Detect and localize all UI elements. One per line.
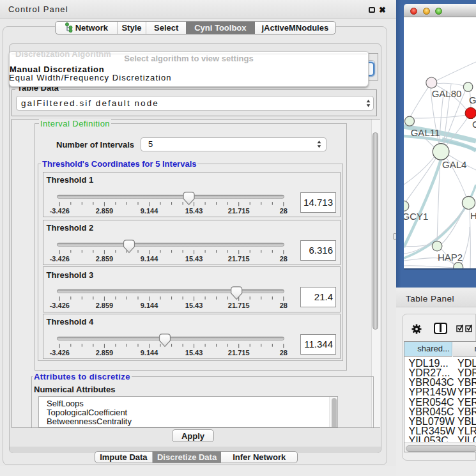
svg-text:21.715: 21.715 — [227, 302, 249, 309]
svg-text:28: 28 — [279, 302, 287, 309]
svg-text:15.43: 15.43 — [185, 254, 203, 262]
svg-text:2.859: 2.859 — [95, 348, 113, 356]
svg-text:CYB: CYB — [472, 119, 476, 130]
svg-text:9.144: 9.144 — [140, 206, 158, 214]
svg-text:2.859: 2.859 — [95, 254, 113, 262]
svg-text:9.144: 9.144 — [140, 254, 158, 262]
svg-text:-3.426: -3.426 — [49, 206, 69, 214]
svg-text:GAL11: GAL11 — [411, 127, 440, 138]
svg-text:GAL4: GAL4 — [442, 159, 466, 170]
svg-text:HAP2: HAP2 — [438, 252, 463, 263]
svg-text:28: 28 — [279, 206, 287, 214]
svg-text:GCY1: GCY1 — [404, 211, 428, 222]
svg-text:21.715: 21.715 — [227, 206, 249, 214]
svg-text:15.43: 15.43 — [185, 348, 203, 356]
svg-text:GAL2: GAL2 — [469, 95, 476, 105]
svg-text:2.859: 2.859 — [95, 302, 113, 309]
svg-text:-3.426: -3.426 — [49, 254, 69, 262]
svg-text:9.144: 9.144 — [140, 348, 158, 356]
svg-text:21.715: 21.715 — [227, 348, 249, 356]
svg-text:21.715: 21.715 — [227, 254, 249, 262]
svg-text:GAL80: GAL80 — [432, 88, 462, 99]
svg-text:9.144: 9.144 — [140, 302, 158, 309]
svg-text:-3.426: -3.426 — [49, 302, 69, 309]
svg-text:28: 28 — [279, 254, 287, 262]
svg-text:HIS: HIS — [470, 210, 476, 221]
svg-text:2.859: 2.859 — [95, 206, 113, 214]
svg-text:15.43: 15.43 — [185, 302, 203, 309]
svg-text:-3.426: -3.426 — [49, 348, 69, 356]
svg-text:15.43: 15.43 — [185, 206, 203, 214]
svg-text:28: 28 — [279, 348, 287, 356]
